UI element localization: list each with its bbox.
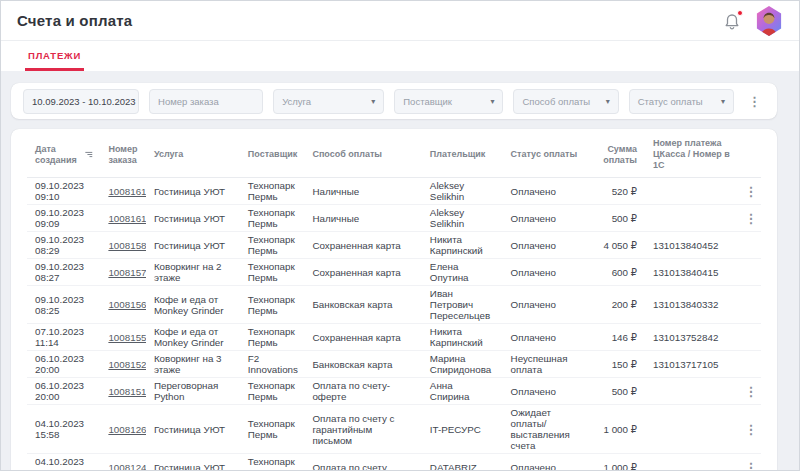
order-link[interactable]: 1008158 bbox=[108, 240, 146, 251]
cell-payer: Марина Спиридонова bbox=[422, 351, 503, 378]
table-row: 06.10.2023 20:001008152Коворкинг на 3 эт… bbox=[27, 351, 761, 378]
cell-payer: Aleksey Selikhin bbox=[422, 205, 503, 232]
cell-date: 07.10.2023 11:14 bbox=[27, 324, 100, 351]
date-range-input[interactable]: 10.09.2023 - 10.10.2023 bbox=[23, 89, 139, 114]
row-menu-button[interactable]: ⋮ bbox=[740, 182, 761, 201]
cell-status: Неуспешная оплата bbox=[503, 351, 593, 378]
avatar[interactable] bbox=[755, 6, 783, 36]
notification-dot bbox=[737, 10, 743, 16]
notifications-button[interactable] bbox=[723, 11, 741, 31]
cell-payment_no bbox=[645, 454, 740, 471]
cell-service: Кофе и еда от Monkey Grinder bbox=[146, 324, 240, 351]
cell-order: 1008156 bbox=[100, 286, 146, 324]
order-number-input[interactable]: Номер заказа bbox=[149, 89, 263, 114]
cell-payment_no bbox=[645, 178, 740, 205]
order-link[interactable]: 1008156 bbox=[108, 299, 146, 310]
order-link[interactable]: 1008152 bbox=[108, 359, 146, 370]
table-row: 09.10.2023 08:271008157Коворкинг на 2 эт… bbox=[27, 259, 761, 286]
cell-service: Коворкинг на 3 этаже bbox=[146, 351, 240, 378]
cell-method: Оплата по счету с гарантийным письмом bbox=[304, 405, 421, 454]
cell-menu bbox=[740, 232, 761, 259]
cell-status: Ожидает оплаты/ выставления счета bbox=[503, 405, 593, 454]
cell-provider: Технопарк Пермь bbox=[240, 178, 305, 205]
column-header-status: Статус оплаты bbox=[503, 131, 593, 178]
order-link[interactable]: 1008155 bbox=[108, 332, 146, 343]
cell-sum: 4 050 ₽ bbox=[592, 232, 645, 259]
order-link[interactable]: 1008157 bbox=[108, 267, 146, 278]
filters-menu-button[interactable]: ⋮ bbox=[744, 93, 765, 110]
row-menu-button[interactable]: ⋮ bbox=[740, 382, 761, 401]
cell-menu bbox=[740, 286, 761, 324]
column-header-date: Дата создания bbox=[27, 131, 100, 178]
order-link[interactable]: 1008161 bbox=[108, 213, 146, 224]
row-menu-button[interactable]: ⋮ bbox=[740, 209, 761, 228]
cell-provider: Технопарк Пермь bbox=[240, 378, 305, 405]
cell-provider: Технопарк Пермь bbox=[240, 286, 305, 324]
cell-order: 1008161 bbox=[100, 178, 146, 205]
cell-payer: Анна Спирина bbox=[422, 378, 503, 405]
column-header-service: Услуга bbox=[146, 131, 240, 178]
cell-service: Гостиница УЮТ bbox=[146, 405, 240, 454]
tab-bar: ПЛАТЕЖИ bbox=[1, 41, 799, 71]
cell-date: 09.10.2023 09:09 bbox=[27, 205, 100, 232]
cell-payer: Елена Опутина bbox=[422, 259, 503, 286]
date-range-value: 10.09.2023 - 10.10.2023 bbox=[32, 96, 136, 107]
cell-sum: 600 ₽ bbox=[592, 259, 645, 286]
cell-menu bbox=[740, 324, 761, 351]
cell-method: Наличные bbox=[304, 205, 421, 232]
cell-method: Банковская карта bbox=[304, 351, 421, 378]
cell-service: Гостиница УЮТ bbox=[146, 205, 240, 232]
cell-status: Оплачено bbox=[503, 454, 593, 471]
cell-order: 1008157 bbox=[100, 259, 146, 286]
cell-date: 09.10.2023 08:29 bbox=[27, 232, 100, 259]
cell-date: 09.10.2023 09:10 bbox=[27, 178, 100, 205]
cell-payment_no: 131013717105 bbox=[645, 351, 740, 378]
cell-payer: Никита Карпинский bbox=[422, 324, 503, 351]
order-link[interactable]: 1008161 bbox=[108, 186, 146, 197]
cell-status: Оплачено bbox=[503, 378, 593, 405]
cell-status: Оплачено bbox=[503, 178, 593, 205]
cell-provider: Технопарк Пермь bbox=[240, 232, 305, 259]
cell-date: 04.10.2023 15:55 bbox=[27, 454, 100, 471]
payment-status-select[interactable]: Статус оплаты ▾ bbox=[629, 89, 734, 114]
cell-provider: Технопарк Пермь bbox=[240, 405, 305, 454]
table-header-row: Дата создания Номер заказа Услуга Постав… bbox=[27, 131, 761, 178]
row-menu-button[interactable]: ⋮ bbox=[740, 458, 761, 471]
cell-payment_no: 131013752842 bbox=[645, 324, 740, 351]
cell-payment_no: 131013840415 bbox=[645, 259, 740, 286]
cell-menu: ⋮ bbox=[740, 178, 761, 205]
tab-payments[interactable]: ПЛАТЕЖИ bbox=[25, 50, 84, 71]
table-row: 06.10.2023 20:001008151Переговорная Pyth… bbox=[27, 378, 761, 405]
cell-provider: Технопарк Пермь bbox=[240, 454, 305, 471]
order-link[interactable]: 1008126 bbox=[108, 424, 146, 435]
cell-method: Банковская карта bbox=[304, 286, 421, 324]
cell-order: 1008124 bbox=[100, 454, 146, 471]
table-row: 09.10.2023 08:291008158Гостиница УЮТТехн… bbox=[27, 232, 761, 259]
cell-date: 09.10.2023 08:27 bbox=[27, 259, 100, 286]
sort-icon[interactable] bbox=[85, 150, 93, 159]
cell-sum: 1 000 ₽ bbox=[592, 405, 645, 454]
cell-sum: 150 ₽ bbox=[592, 351, 645, 378]
provider-select[interactable]: Поставщик ▾ bbox=[394, 89, 503, 114]
cell-menu: ⋮ bbox=[740, 454, 761, 471]
cell-method: Оплата по счету-оферте bbox=[304, 378, 421, 405]
payment-method-select[interactable]: Способ оплаты ▾ bbox=[513, 89, 618, 114]
row-menu-button[interactable]: ⋮ bbox=[740, 420, 761, 439]
payments-table-body: 09.10.2023 09:101008161Гостиница УЮТТехн… bbox=[27, 178, 761, 471]
cell-method: Наличные bbox=[304, 178, 421, 205]
cell-status: Оплачено bbox=[503, 286, 593, 324]
column-header-sum: Сумма оплаты bbox=[592, 131, 645, 178]
chevron-down-icon: ▾ bbox=[721, 97, 725, 106]
table-row: 09.10.2023 08:251008156Кофе и еда от Mon… bbox=[27, 286, 761, 324]
chevron-down-icon: ▾ bbox=[490, 97, 494, 106]
cell-provider: Технопарк Пермь bbox=[240, 324, 305, 351]
column-header-provider: Поставщик bbox=[240, 131, 305, 178]
payments-table-card: Дата создания Номер заказа Услуга Постав… bbox=[11, 129, 777, 471]
cell-sum: 520 ₽ bbox=[592, 178, 645, 205]
service-select[interactable]: Услуга ▾ bbox=[273, 89, 384, 114]
cell-service: Переговорная Python bbox=[146, 378, 240, 405]
cell-provider: Технопарк Пермь bbox=[240, 259, 305, 286]
cell-sum: 146 ₽ bbox=[592, 324, 645, 351]
order-link[interactable]: 1008124 bbox=[108, 462, 146, 471]
order-link[interactable]: 1008151 bbox=[108, 386, 146, 397]
